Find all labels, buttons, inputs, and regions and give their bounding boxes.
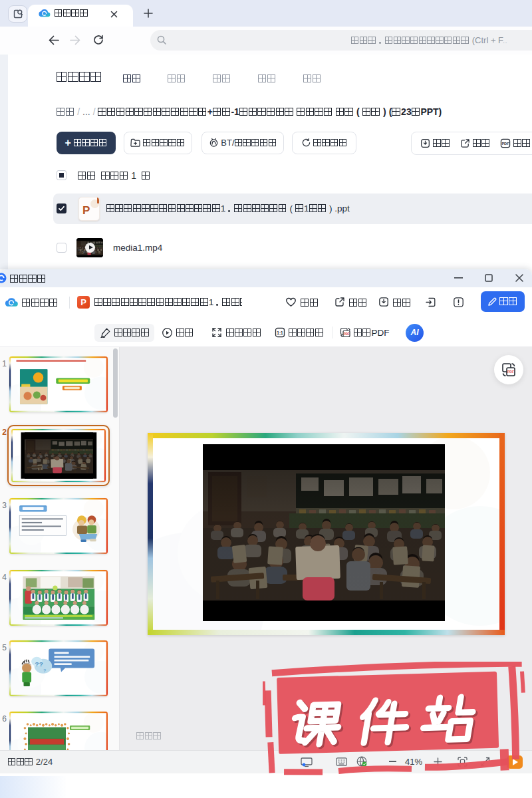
svg-text:PDF: PDF xyxy=(343,332,349,336)
svg-text:PDF: PDF xyxy=(507,370,514,374)
svg-text:1:1: 1:1 xyxy=(277,331,283,335)
svg-text:?: ? xyxy=(43,668,46,674)
svg-text:??: ?? xyxy=(35,660,43,668)
svg-text:PDF: PDF xyxy=(502,142,510,146)
